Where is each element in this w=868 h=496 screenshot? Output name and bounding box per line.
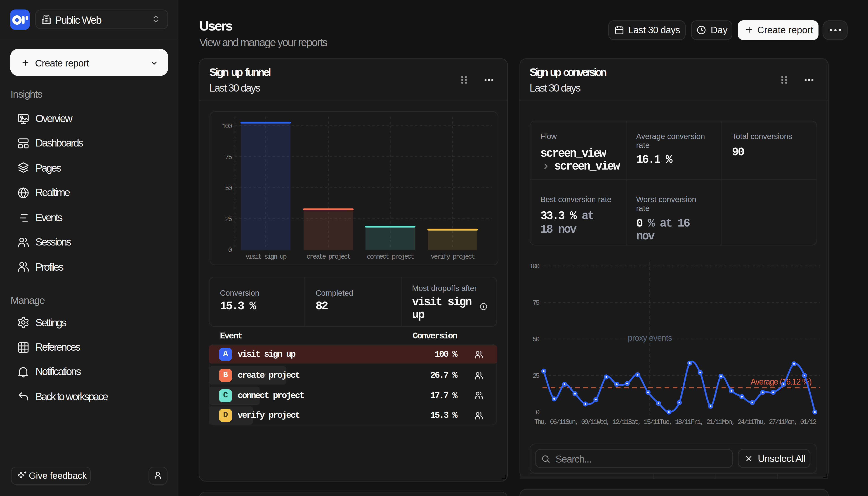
svg-text:Tue, 18/11: Tue, 18/11 — [659, 418, 691, 426]
svg-text:50: 50 — [225, 185, 232, 192]
svg-text:100: 100 — [529, 263, 539, 270]
svg-text:25: 25 — [532, 372, 539, 380]
svg-text:Thu, 27/11: Thu, 27/11 — [753, 418, 785, 426]
svg-text:proxy events: proxy events — [628, 333, 672, 342]
svg-text:25: 25 — [225, 216, 232, 223]
svg-text:100: 100 — [222, 123, 232, 130]
svg-text:75: 75 — [225, 154, 232, 161]
svg-text:Mon, 01/12: Mon, 01/12 — [784, 418, 816, 426]
svg-text:Sat, 15/11: Sat, 15/11 — [628, 418, 660, 426]
svg-text:0: 0 — [535, 409, 539, 416]
svg-text:Thu, 06/11: Thu, 06/11 — [534, 418, 566, 426]
svg-text:connect project: connect project — [367, 253, 414, 261]
svg-text:create project: create project — [306, 253, 350, 261]
svg-text:Wed, 12/11: Wed, 12/11 — [597, 418, 628, 426]
svg-text:0: 0 — [228, 247, 232, 254]
svg-text:Sun, 09/11: Sun, 09/11 — [565, 418, 597, 426]
svg-text:Average (16.12 %): Average (16.12 %) — [750, 377, 811, 386]
svg-text:75: 75 — [532, 299, 539, 307]
svg-text:50: 50 — [532, 336, 539, 343]
svg-text:Fri, 21/11: Fri, 21/11 — [690, 418, 722, 426]
svg-text:verify project: verify project — [431, 253, 474, 261]
svg-text:visit sign up: visit sign up — [245, 253, 286, 261]
svg-text:Mon, 24/11: Mon, 24/11 — [722, 418, 754, 426]
